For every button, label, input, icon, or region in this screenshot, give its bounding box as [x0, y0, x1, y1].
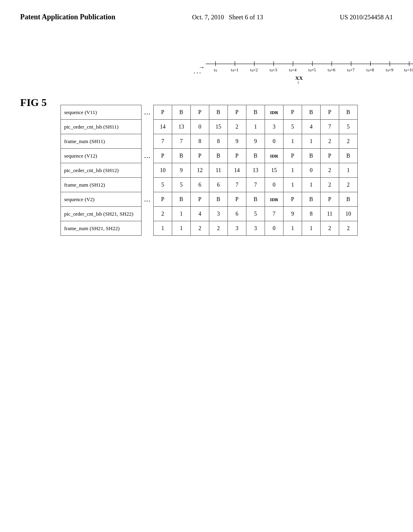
table-cell: 0 [265, 221, 284, 236]
table-cell: 8 [191, 134, 209, 149]
table-cell: 2 [321, 134, 339, 149]
table-cell: 1 [339, 163, 358, 178]
table-cell: 9 [228, 134, 246, 149]
table-cell: IDR [265, 149, 284, 163]
row-label: frame_num (SH21, SH22) [61, 221, 142, 236]
table-cell: 12 [191, 163, 209, 178]
table-cell: 14 [154, 120, 172, 134]
table-cell: B [302, 149, 321, 163]
timeline-tick-cell: t₀+8 [361, 60, 380, 73]
table-cell: 14 [228, 163, 246, 178]
table-cell: 0 [302, 163, 321, 178]
table-cell: 6 [209, 178, 228, 192]
table-cell: 2 [154, 207, 172, 221]
timeline-label: t₀+8 [367, 67, 374, 73]
sheet-label: Sheet 6 of 13 [229, 14, 263, 21]
table-cell: B [209, 149, 228, 163]
table-cell: 8 [302, 207, 321, 221]
table-cell: 5 [246, 207, 265, 221]
table-cell: 2 [228, 120, 246, 134]
table-cell: 4 [191, 207, 209, 221]
timeline-label: t₀+1 [231, 67, 239, 73]
table-cell: 13 [172, 120, 191, 134]
table-cell: B [246, 192, 265, 207]
table-row: frame_num (SH11)77889901122 [61, 134, 358, 149]
table-cell: 10 [339, 207, 358, 221]
table-cell: B [172, 192, 191, 207]
row-dots [142, 134, 154, 149]
row-label: pic_order_cnt_lsb (SH21, SH22) [61, 207, 142, 221]
timeline-label: t₀+5 [309, 67, 316, 73]
timeline-tick-cell: t₀+1 [225, 60, 244, 73]
timeline-tick-cell: t₀+3 [264, 60, 283, 73]
table-cell: 2 [339, 134, 358, 149]
timeline-label: t₀+7 [347, 67, 355, 73]
table-cell: B [339, 192, 358, 207]
table-cell: 2 [209, 221, 228, 236]
table-cell: 2 [339, 178, 358, 192]
table-cell: P [284, 192, 302, 207]
row-label: sequence (V2) [61, 192, 142, 207]
table-cell: B [246, 149, 265, 163]
row-dots [142, 163, 154, 178]
table-cell: IDR [265, 192, 284, 207]
row-label: frame_num (SH11) [61, 134, 142, 149]
table-cell: 1 [302, 221, 321, 236]
timeline-tick-cell: t₀+2 [244, 60, 264, 73]
table-cell: 1 [172, 207, 191, 221]
table-cell: 9 [172, 163, 191, 178]
main-content: ... → t₀t₀+1t₀+2t₀+3t₀+4t₀+5t₀+6t₀+7t₀+8… [20, 56, 405, 236]
timeline-label: t₀+4 [289, 67, 297, 73]
table-wrapper: sequence (V11)...PBPBPBIDRPBPBpic_order_… [60, 105, 405, 236]
table-cell: B [209, 192, 228, 207]
table-cell: B [172, 149, 191, 163]
table-cell: 2 [339, 221, 358, 236]
table-row: pic_order_cnt_lsb (SH11)14130152135475 [61, 120, 358, 134]
timeline-start-arrow: → [198, 64, 205, 71]
table-cell: 5 [172, 178, 191, 192]
table-cell: 2 [191, 221, 209, 236]
timeline-label: t₀+10 [404, 67, 413, 73]
table-cell: 4 [302, 120, 321, 134]
table-cell: 7 [154, 134, 172, 149]
timeline-tick-cell: t₀+9 [380, 60, 399, 73]
timeline-label: t₀+2 [250, 67, 258, 73]
row-dots: ... [142, 192, 154, 207]
table-cell: 5 [154, 178, 172, 192]
table-cell: 1 [284, 221, 302, 236]
row-dots [142, 120, 154, 134]
row-dots: ... [142, 149, 154, 163]
table-cell: 5 [339, 120, 358, 134]
figure-label: FIG 5 [20, 97, 405, 109]
table-cell: 1 [172, 221, 191, 236]
row-dots [142, 207, 154, 221]
publication-date: Oct. 7, 2010 Sheet 6 of 13 [192, 12, 263, 21]
table-cell: 5 [284, 120, 302, 134]
table-cell: 15 [209, 120, 228, 134]
row-label: sequence (V12) [61, 149, 142, 163]
table-row: frame_num (SH12)55667701122 [61, 178, 358, 192]
table-cell: 15 [265, 163, 284, 178]
table-cell: 0 [265, 178, 284, 192]
page-header: Patent Application Publication Oct. 7, 2… [0, 0, 413, 26]
table-cell: 6 [191, 178, 209, 192]
table-cell: P [191, 192, 209, 207]
table-cell: 7 [172, 134, 191, 149]
table-cell: 1 [284, 163, 302, 178]
table-cell: 3 [246, 221, 265, 236]
timeline-label: t₀ [214, 67, 217, 73]
table-cell: 10 [154, 163, 172, 178]
timeline-tick-cell: t₀+6 [322, 60, 341, 73]
table-row: sequence (V2)...PBPBPBIDRPBPB [61, 192, 358, 207]
timeline-cells: t₀t₀+1t₀+2t₀+3t₀+4t₀+5t₀+6t₀+7t₀+8t₀+9t₀… [206, 60, 413, 73]
table-cell: 8 [209, 134, 228, 149]
table-cell: 7 [246, 178, 265, 192]
table-cell: P [154, 192, 172, 207]
table-row: pic_order_cnt_lsb (SH21, SH22)2143657981… [61, 207, 358, 221]
timeline-tick-cell: t₀+7 [341, 60, 361, 73]
timeline-label: t₀+9 [386, 67, 394, 73]
table-cell: 7 [321, 120, 339, 134]
table-cell: 6 [228, 207, 246, 221]
timeline-label: t₀+6 [328, 67, 336, 73]
row-dots [142, 178, 154, 192]
